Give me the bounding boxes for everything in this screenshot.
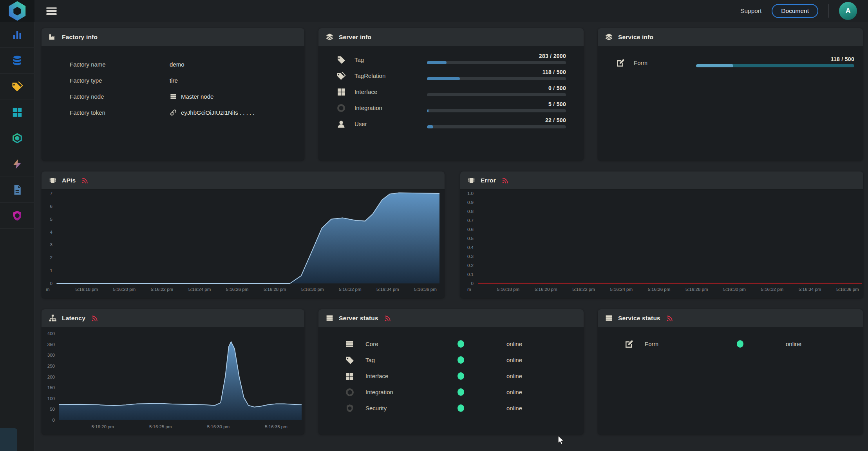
service-info-header: Service info [598, 28, 863, 46]
support-link[interactable]: Support [740, 7, 761, 14]
status-dot [458, 356, 464, 364]
grid-icon [345, 372, 354, 381]
progress-bar [427, 61, 566, 64]
factory-info-row: Factory nodeMaster node [42, 88, 304, 105]
status-dot [737, 340, 743, 348]
svg-text:300: 300 [47, 353, 55, 357]
error-chart-card: Error 1.00.90.80.70.60.50.40.30.20.10m5:… [460, 171, 863, 298]
factory-info-row: Factory tokeneyJhbGciOiJIUzI1NiIs . . . … [42, 105, 304, 121]
server-status-row: Coreonline [318, 336, 584, 352]
svg-text:0.6: 0.6 [467, 227, 474, 232]
svg-text:5:16:26 pm: 5:16:26 pm [648, 287, 671, 292]
svg-text:1: 1 [50, 268, 52, 273]
svg-text:5:16:22 pm: 5:16:22 pm [572, 287, 595, 292]
server-info-row: Integration5 / 500 [318, 100, 584, 116]
progress-count: 118 / 500 [696, 56, 854, 62]
sidebar-item-document[interactable] [0, 177, 34, 203]
progress-count: 118 / 500 [427, 69, 566, 75]
status-dot [458, 404, 464, 412]
svg-text:5:16:34 pm: 5:16:34 pm [799, 287, 821, 292]
sitemap-icon [49, 314, 57, 322]
factory-info-header: Factory info [42, 28, 304, 46]
service-info-row: Form118 / 500 [598, 55, 863, 71]
server-status-header: Server status [318, 309, 584, 327]
sidebar-item-grid[interactable] [0, 99, 34, 125]
error-chart-title: Error [481, 177, 496, 184]
status-label: Core [365, 341, 458, 347]
progress-count: 5 / 500 [427, 101, 566, 107]
svg-text:0.7: 0.7 [467, 218, 474, 223]
topbar: Support Document A [34, 0, 868, 22]
edit-icon [616, 58, 625, 68]
document-button[interactable]: Document [772, 4, 818, 18]
rss-icon [384, 315, 391, 322]
factory-row-value: Master node [170, 93, 213, 100]
app-logo[interactable] [0, 0, 34, 22]
server-status-row: Interfaceonline [318, 368, 584, 384]
svg-text:5:16:35 pm: 5:16:35 pm [265, 424, 288, 429]
server-status-title: Server status [339, 315, 378, 322]
chip-icon [49, 176, 57, 184]
tags-icon [11, 81, 23, 92]
svg-text:5:16:22 pm: 5:16:22 pm [151, 287, 174, 292]
progress-bar [427, 125, 566, 128]
sidebar-item-database[interactable] [0, 48, 34, 74]
server-icon [170, 93, 177, 100]
sidebar-item-shield[interactable] [0, 203, 34, 229]
factory-row-value: demo [170, 61, 184, 68]
hamburger-menu-icon[interactable] [46, 7, 57, 15]
server-status-row: Integrationonline [318, 384, 584, 400]
status-label: Interface [365, 373, 458, 379]
server-info-header: Server info [318, 28, 584, 46]
lightning-icon [11, 158, 23, 170]
rss-icon [502, 177, 509, 184]
layers-icon [326, 33, 334, 41]
status-label: Tag [365, 357, 458, 363]
svg-text:5:16:24 pm: 5:16:24 pm [610, 287, 633, 292]
main-content: Factory info Factory namedemoFactory typ… [34, 22, 868, 451]
progress-bar [696, 64, 854, 67]
progress-label: Integration [354, 105, 427, 111]
service-status-header: Service status [598, 309, 863, 327]
mouse-cursor [557, 435, 566, 446]
sidebar-item-cube[interactable] [0, 125, 34, 151]
svg-text:3: 3 [50, 242, 52, 247]
svg-text:5:16:30 pm: 5:16:30 pm [207, 424, 230, 429]
sidebar-item-bar-chart[interactable] [0, 22, 34, 48]
svg-text:1.0: 1.0 [467, 191, 474, 196]
sidebar-item-lightning[interactable] [0, 151, 34, 177]
progress-bar [427, 93, 566, 96]
service-status-card: Service status Formonline [598, 309, 863, 435]
bar-chart-icon [11, 29, 23, 41]
sidebar-item-tags[interactable] [0, 74, 34, 99]
status-label: Security [365, 405, 458, 411]
svg-text:250: 250 [47, 364, 55, 368]
apis-chart-header: APIs [42, 171, 445, 189]
svg-text:0: 0 [50, 281, 52, 286]
svg-text:0.4: 0.4 [467, 245, 474, 250]
server-info-card: Server info Tag283 / 2000TagRelation118 … [318, 28, 584, 161]
svg-text:350: 350 [47, 342, 55, 347]
svg-text:5:16:32 pm: 5:16:32 pm [339, 287, 362, 292]
server-info-row: Interface0 / 500 [318, 84, 584, 100]
server-info-row: User22 / 500 [318, 116, 584, 132]
server-status-row: Tagonline [318, 352, 584, 368]
svg-text:0: 0 [471, 281, 474, 286]
latency-chart: 4003503002502001501005005:16:20 pm5:16:2… [42, 327, 304, 435]
status-value: online [506, 341, 522, 347]
database-icon [11, 55, 23, 67]
svg-text:m: m [46, 287, 50, 292]
server-info-row: TagRelation118 / 500 [318, 68, 584, 84]
status-value: online [786, 341, 801, 347]
svg-text:5:16:36 pm: 5:16:36 pm [836, 287, 859, 292]
svg-text:5:16:36 pm: 5:16:36 pm [414, 287, 437, 292]
factory-row-label: Factory type [70, 77, 170, 84]
grid-icon [11, 106, 23, 118]
avatar[interactable]: A [839, 2, 857, 20]
factory-icon [49, 33, 57, 41]
svg-text:0.5: 0.5 [467, 236, 474, 241]
rss-icon [666, 315, 673, 322]
status-label: Form [645, 341, 737, 347]
svg-text:5:16:18 pm: 5:16:18 pm [497, 287, 520, 292]
svg-text:0.8: 0.8 [467, 209, 474, 214]
